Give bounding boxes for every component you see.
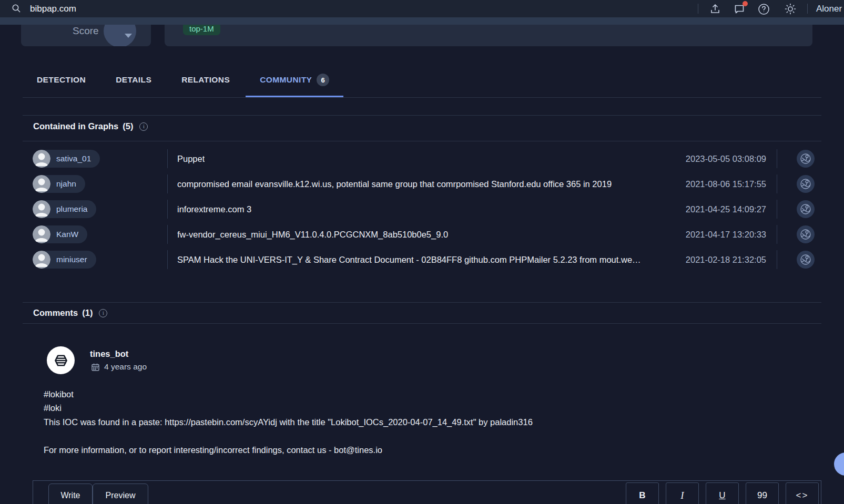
floating-action-button[interactable] — [834, 452, 844, 476]
comments-title: Comments — [33, 308, 78, 318]
graph-row: KanW fw-vendor_cereus_miui_HM6_V11.0.4.0… — [23, 222, 821, 247]
open-graph-icon[interactable] — [797, 251, 815, 269]
community-count-badge: 6 — [317, 74, 329, 86]
graph-timestamp: 2023-05-05 03:08:09 — [686, 146, 766, 171]
bold-button[interactable]: B — [626, 482, 659, 504]
notification-dot — [743, 1, 748, 6]
column-divider — [777, 149, 777, 168]
score-label: Score — [73, 25, 99, 37]
graph-title-link[interactable]: compromised email evansville.k12.wi.us, … — [177, 171, 612, 197]
column-divider — [167, 200, 168, 219]
open-graph-icon[interactable] — [797, 175, 815, 193]
user-avatar-icon — [33, 150, 50, 168]
tab-relations[interactable]: RELATIONS — [167, 64, 244, 97]
column-divider — [777, 174, 777, 193]
comment-meta: 4 years ago — [91, 362, 147, 372]
search-bar: bibpap.com — [0, 0, 844, 17]
column-divider — [777, 250, 777, 269]
italic-button[interactable]: I — [666, 482, 699, 504]
topbar-divider — [807, 4, 808, 14]
comment-editor: Write Preview B I U 99 <> — [33, 480, 821, 504]
graph-author-pill[interactable]: plumeria — [33, 200, 96, 218]
open-graph-icon[interactable] — [797, 200, 815, 218]
code-button[interactable]: <> — [786, 482, 819, 504]
graph-title-link[interactable]: Puppet — [177, 146, 205, 171]
graphs-list: sativa_01 Puppet 2023-05-05 03:08:09 — [23, 146, 821, 272]
comment-line: #lokibot — [44, 389, 74, 399]
tab-detection[interactable]: DETECTION — [23, 64, 100, 97]
tab-details[interactable]: DETAILS — [101, 64, 166, 97]
graph-title-link[interactable]: SPAM Hack the UNI-VERS-IT_Y & Share Cont… — [177, 247, 641, 272]
editor-tab-write[interactable]: Write — [48, 484, 93, 504]
info-icon[interactable]: i — [139, 122, 148, 131]
graph-timestamp: 2021-04-25 14:09:27 — [686, 197, 766, 222]
topbar-divider — [698, 4, 698, 14]
graph-row: sativa_01 Puppet 2023-05-05 03:08:09 — [23, 146, 821, 171]
user-avatar-icon — [33, 200, 50, 218]
comment-line: For more information, or to report inter… — [44, 445, 382, 455]
virustotal-community-page: Score top-1M bibpap.com — [0, 0, 844, 504]
tab-community[interactable]: COMMUNITY 6 — [246, 64, 343, 97]
chevron-down-icon — [125, 34, 132, 38]
graph-timestamp: 2021-02-18 21:32:05 — [686, 247, 766, 272]
graph-author-pill[interactable]: sativa_01 — [33, 150, 100, 168]
user-avatar-icon — [33, 175, 50, 193]
divider — [23, 141, 821, 141]
user-avatar-icon — [33, 251, 50, 269]
theme-toggle-icon[interactable] — [784, 2, 797, 16]
graph-title-link[interactable]: inforextreme.com 3 — [177, 197, 251, 222]
graph-row: njahn compromised email evansville.k12.w… — [23, 171, 821, 197]
graph-timestamp: 2021-08-06 15:17:55 — [686, 171, 766, 197]
graph-author-pill[interactable]: miniuser — [33, 251, 96, 269]
quote-button[interactable]: 99 — [746, 482, 779, 504]
column-divider — [777, 200, 777, 219]
divider — [23, 302, 821, 303]
graph-timestamp: 2021-04-17 13:20:33 — [686, 222, 766, 247]
column-divider — [167, 225, 168, 244]
user-menu[interactable]: Aloner — [816, 0, 842, 17]
editor-tab-preview[interactable]: Preview — [93, 484, 148, 504]
column-divider — [167, 250, 168, 269]
calendar-icon — [91, 363, 100, 372]
commenter-avatar[interactable] — [47, 346, 75, 374]
column-divider — [167, 174, 168, 193]
underline-button[interactable]: U — [706, 482, 739, 504]
graph-row: plumeria inforextreme.com 3 2021-04-25 1… — [23, 197, 821, 222]
graphs-title: Contained in Graphs — [33, 121, 118, 131]
upload-icon[interactable] — [708, 2, 722, 16]
commenter-name[interactable]: tines_bot — [90, 349, 128, 359]
column-divider — [777, 225, 777, 244]
tab-bar: DETECTION DETAILS RELATIONS COMMUNITY 6 — [23, 64, 821, 98]
graph-title-link[interactable]: fw-vendor_cereus_miui_HM6_V11.0.4.0.PCGC… — [177, 222, 448, 247]
info-icon[interactable]: i — [99, 309, 107, 317]
comments-section-header: Comments (1) i — [33, 308, 107, 318]
search-icon — [12, 4, 21, 13]
open-graph-icon[interactable] — [797, 150, 815, 168]
graph-author-pill[interactable]: njahn — [33, 175, 85, 193]
header-strip — [0, 17, 844, 25]
divider — [23, 115, 821, 116]
graph-row: miniuser SPAM Hack the UNI-VERS-IT_Y & S… — [23, 247, 821, 272]
open-graph-icon[interactable] — [797, 225, 815, 243]
user-avatar-icon — [33, 225, 50, 243]
graphs-count: (5) — [123, 121, 133, 131]
graph-author-pill[interactable]: KanW — [33, 225, 87, 243]
comment-line: This IOC was found in a paste: https://p… — [44, 417, 533, 427]
comment-age: 4 years ago — [104, 362, 147, 372]
help-icon[interactable] — [757, 2, 770, 16]
graphs-section-header: Contained in Graphs (5) i — [33, 121, 148, 131]
column-divider — [167, 149, 168, 168]
divider — [23, 323, 821, 324]
comment-line: #loki — [44, 403, 62, 413]
comments-count: (1) — [82, 308, 93, 318]
search-input[interactable]: bibpap.com — [30, 0, 76, 17]
